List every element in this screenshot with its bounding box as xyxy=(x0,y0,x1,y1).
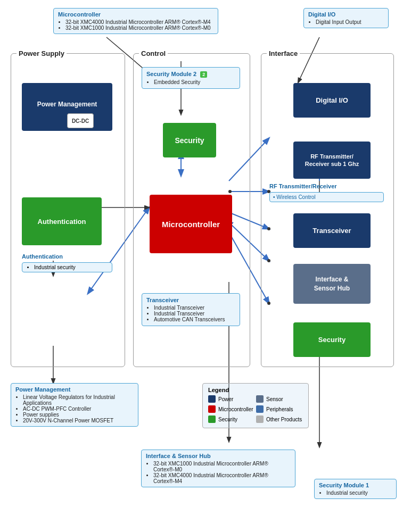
legend-security: Security xyxy=(208,415,255,423)
list-item: Industrial Transceiver xyxy=(154,305,235,311)
legend-other: Other Products xyxy=(256,415,303,423)
rf-label: RF Transmitter/Receiver xyxy=(269,183,337,189)
tooltip-digital-io-title: Digital I/O xyxy=(308,11,384,18)
transceiver-block: Transceiver xyxy=(293,213,371,248)
list-item: Automotive CAN Transceivers xyxy=(154,317,235,322)
security-module2-title: Security Module 2 2 xyxy=(146,71,235,78)
list-item: 32-bit XMC1000 Industrial Microcontrolle… xyxy=(65,25,213,31)
dc-dc-box: DC-DC xyxy=(67,113,94,128)
tooltip-microcontroller-title: Microcontroller xyxy=(58,11,213,18)
security-module1-tooltip: Security Module 1 Industrial security xyxy=(314,479,397,499)
legend-microcontroller: Microcontroller xyxy=(208,405,255,413)
interface-title: Interface xyxy=(267,49,300,57)
tooltip-microcontroller-list: 32-bit XMC4000 Industrial Microcontrolle… xyxy=(58,19,213,31)
security-interface-label: Security xyxy=(318,336,346,344)
auth-section-title: Authentication xyxy=(22,253,63,260)
power-management-tooltip-title: Power Management xyxy=(15,386,134,393)
digital-io-block: Digital I/O xyxy=(293,83,371,118)
auth-sub-box: Industrial security xyxy=(22,262,112,272)
list-item: Embedded Security xyxy=(154,79,235,85)
interface-sensor-tooltip-title: Interface & Sensor Hub xyxy=(146,453,291,459)
control-section: Control Security Module 2 2 Embedded Sec… xyxy=(133,53,250,367)
security-module1-list: Industrial security xyxy=(319,490,392,496)
dc-dc-label: DC-DC xyxy=(72,118,89,124)
authentication-block: Authentication xyxy=(22,197,102,245)
microcontroller-label: Microcontroller xyxy=(162,220,220,229)
legend-sensor: Sensor xyxy=(256,395,303,403)
interface-sensor-label: Interface &Sensor Hub xyxy=(314,275,350,293)
security-module2-badge: 2 xyxy=(200,71,207,78)
list-item: 32-bit XMC1000 Industrial Microcontrolle… xyxy=(153,461,291,472)
transceiver-label: Transceiver xyxy=(312,227,351,235)
legend-title: Legend xyxy=(208,387,303,393)
interface-sensor-tooltip: Interface & Sensor Hub 32-bit XMC1000 In… xyxy=(141,450,295,487)
power-supply-title: Power Supply xyxy=(17,49,67,57)
list-item: Linear Voltage Regulators for Industrial… xyxy=(23,394,134,406)
power-management-tooltip: Power Management Linear Voltage Regulato… xyxy=(11,383,138,427)
interface-sensor-block: Interface &Sensor Hub xyxy=(293,264,371,304)
interface-section: Interface Digital I/O RF Transmitter/Rec… xyxy=(261,53,394,367)
microcontroller-block: Microcontroller xyxy=(150,195,232,253)
legend-power: Power xyxy=(208,395,255,403)
list-item: Industrial security xyxy=(34,264,108,270)
security-module2-list: Embedded Security xyxy=(146,79,235,85)
list-item: 20V-300V N-Channel Power MOSFET xyxy=(23,418,134,423)
legend-peripherals: Peripherals xyxy=(256,405,303,413)
list-item: AC-DC PWM-PFC Controller xyxy=(23,406,134,412)
interface-sensor-list: 32-bit XMC1000 Industrial Microcontrolle… xyxy=(146,461,291,484)
rf-sub-label: • Wireless Control xyxy=(273,194,316,200)
security-interface-block: Security xyxy=(293,322,371,357)
list-item: Digital Input Output xyxy=(316,19,384,25)
transceiver-section-title: Transceiver xyxy=(146,297,235,303)
transceiver-section-box: Transceiver Industrial Transceiver Indus… xyxy=(142,293,240,326)
power-supply-section: Power Supply Power Management AC-DC DC-D… xyxy=(11,53,125,367)
transceiver-list: Industrial Transceiver Industrial Transc… xyxy=(146,305,235,322)
security-control-block: Security xyxy=(163,123,216,157)
list-item: 32-bit XMC4000 Industrial Microcontrolle… xyxy=(65,19,213,25)
power-management-list: Linear Voltage Regulators for Industrial… xyxy=(15,394,134,423)
security-control-label: Security xyxy=(175,136,204,145)
tooltip-digital-io-list: Digital Input Output xyxy=(308,19,384,25)
security-module1-title: Security Module 1 xyxy=(319,482,392,488)
list-item: Industrial Transceiver xyxy=(154,311,235,317)
power-management-label: Power Management xyxy=(37,101,97,108)
rf-transmitter-label: RF Transmitter/Receiver sub 1 Ghz xyxy=(305,153,359,168)
list-item: 32-bit XMC4000 Industrial Microcontrolle… xyxy=(153,472,291,484)
security-module2-box: Security Module 2 2 Embedded Security xyxy=(142,67,240,89)
power-management-block: Power Management AC-DC DC-DC xyxy=(22,83,112,131)
legend-box: Legend Power Sensor Microcontroller Peri… xyxy=(202,383,309,428)
list-item: Power supplies xyxy=(23,412,134,418)
tooltip-digital-io: Digital I/O Digital Input Output xyxy=(303,8,389,28)
rf-sub-box: • Wireless Control xyxy=(269,192,384,202)
diagram-container: Microcontroller 32-bit XMC4000 Industria… xyxy=(0,0,403,532)
authentication-label: Authentication xyxy=(38,218,86,226)
control-title: Control xyxy=(139,49,168,57)
digital-io-label: Digital I/O xyxy=(316,96,348,104)
rf-transmitter-block: RF Transmitter/Receiver sub 1 Ghz xyxy=(293,142,371,179)
list-item: Industrial security xyxy=(326,490,392,496)
tooltip-microcontroller: Microcontroller 32-bit XMC4000 Industria… xyxy=(53,8,218,34)
